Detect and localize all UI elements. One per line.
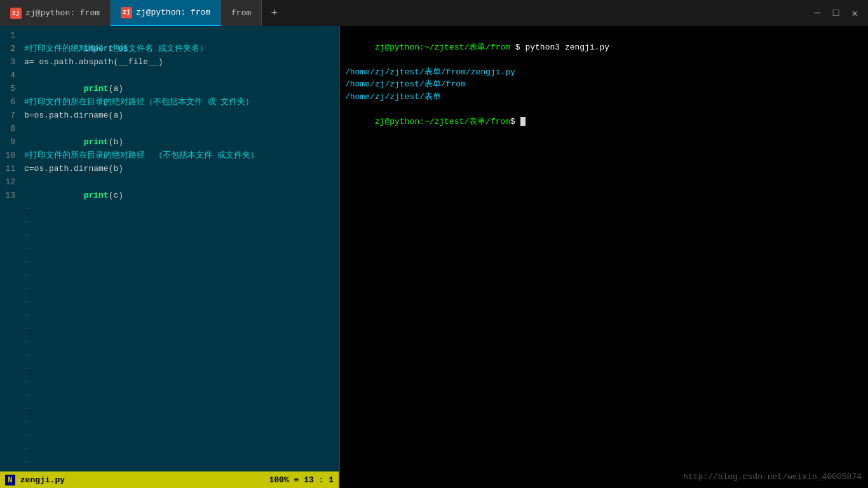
terminal-cursor bbox=[520, 117, 526, 126]
tilde-line: ~ bbox=[24, 429, 334, 442]
watermark: http://blog.csdn.net/weixin_40005874 bbox=[683, 472, 862, 482]
maximize-icon[interactable]: □ bbox=[829, 6, 843, 20]
status-colon: : bbox=[319, 475, 329, 485]
titlebar: zj zj@python: from zj zj@python: from fr… bbox=[0, 0, 868, 26]
terminal-output-3: /home/zj/zjtest/表单 bbox=[345, 91, 863, 104]
tab-label-2: zj@python: from bbox=[136, 8, 210, 17]
status-sep: ≡ bbox=[294, 475, 304, 485]
editor-content[interactable]: 1 2 3 4 5 6 7 8 9 10 11 12 13 import os bbox=[0, 26, 339, 471]
line-num-7: 7 bbox=[0, 109, 15, 122]
code-lines: import os #打印文件的绝对路径（包括文件名 或文件夹名） a= os.… bbox=[19, 26, 339, 471]
vim-mode: N bbox=[5, 475, 15, 485]
print-args-3: (c) bbox=[109, 191, 123, 200]
tilde-line: ~ bbox=[24, 242, 334, 255]
code-line-10: #打印文件的所在目录的绝对路径 （不包括本文件 或文件夹） bbox=[24, 149, 334, 162]
line-num-3: 3 bbox=[0, 55, 15, 69]
term-prompt-1: zj@python bbox=[375, 43, 419, 52]
code-line-6: #打印文件的所在目录的绝对路径（不包括本文件 或 文件夹） bbox=[24, 95, 334, 109]
line-num-13: 13 bbox=[0, 189, 15, 202]
keyword-print-1: print bbox=[84, 84, 109, 93]
line-num-11: 11 bbox=[0, 162, 15, 175]
line-num-5: 5 bbox=[0, 82, 15, 95]
status-filename: zengji.py bbox=[20, 475, 65, 485]
status-col: 1 bbox=[329, 475, 334, 485]
line-num-12: 12 bbox=[0, 175, 15, 189]
terminal-panel[interactable]: zj@python:~/zjtest/表单/from $ python3 zen… bbox=[340, 26, 868, 488]
code-line-12: print(c) bbox=[24, 175, 334, 189]
tilde-line: ~ bbox=[24, 389, 334, 402]
tilde-line: ~ bbox=[24, 269, 334, 282]
tab-icon-1: zj bbox=[10, 8, 22, 19]
add-tab-button[interactable]: + bbox=[262, 0, 287, 26]
term-cmd-1: $ python3 zengji.py bbox=[510, 43, 609, 52]
term-path-1: :~/zjtest/表单/from bbox=[419, 43, 510, 52]
tilde-line: ~ bbox=[24, 282, 334, 295]
status-percent: 100% bbox=[269, 475, 289, 485]
tilde-line: ~ bbox=[24, 402, 334, 416]
tilde-line: ~ bbox=[24, 416, 334, 429]
terminal-output-1: /home/zj/zjtest/表单/from/zengji.py bbox=[345, 66, 863, 79]
line-num-10: 10 bbox=[0, 149, 15, 162]
window-controls: ─ □ ✕ bbox=[804, 0, 868, 26]
status-right: 100% ≡ 13 : 1 bbox=[269, 475, 334, 485]
tilde-line: ~ bbox=[24, 309, 334, 322]
print-args-1: (a) bbox=[109, 84, 123, 93]
terminal-output-2: /home/zj/zjtest/表单/from bbox=[345, 78, 863, 91]
code-area: 1 2 3 4 5 6 7 8 9 10 11 12 13 import os bbox=[0, 26, 339, 471]
tilde-line: ~ bbox=[24, 336, 334, 349]
tab-3[interactable]: from bbox=[221, 0, 262, 26]
tab-2[interactable]: zj zj@python: from bbox=[111, 0, 221, 26]
status-left: N zengji.py bbox=[5, 475, 65, 485]
tab-bar: zj zj@python: from zj zj@python: from fr… bbox=[0, 0, 804, 26]
line-num-6: 6 bbox=[0, 95, 15, 109]
tilde-line: ~ bbox=[24, 376, 334, 389]
terminal-line-1: zj@python:~/zjtest/表单/from $ python3 zen… bbox=[345, 29, 863, 66]
term-cursor-label: $ bbox=[510, 117, 520, 126]
code-line-7: b=os.path.dirname(a) bbox=[24, 109, 334, 122]
tilde-line: ~ bbox=[24, 322, 334, 336]
code-line-8: print(b) bbox=[24, 122, 334, 135]
term-prompt-2: zj@python bbox=[375, 117, 419, 126]
close-icon[interactable]: ✕ bbox=[848, 6, 862, 21]
tilde-lines: ~~~~~~~~~~~~~~~~~~~~ bbox=[24, 202, 334, 469]
keyword-print-2: print bbox=[84, 137, 109, 147]
tilde-line: ~ bbox=[24, 442, 334, 456]
status-line: 13 bbox=[304, 475, 314, 485]
tab-1[interactable]: zj zj@python: from bbox=[0, 0, 111, 26]
tilde-line: ~ bbox=[24, 255, 334, 269]
tilde-line: ~ bbox=[24, 456, 334, 469]
term-path-2: :~/zjtest/表单/from bbox=[419, 117, 510, 126]
line-num-8: 8 bbox=[0, 122, 15, 135]
line-num-2: 2 bbox=[0, 42, 15, 55]
line-num-1: 1 bbox=[0, 29, 15, 42]
code-line-2: #打印文件的绝对路径（包括文件名 或文件夹名） bbox=[24, 42, 334, 55]
status-bar: N zengji.py 100% ≡ 13 : 1 bbox=[0, 471, 339, 488]
tilde-line: ~ bbox=[24, 349, 334, 362]
code-line-4: print(a) bbox=[24, 69, 334, 82]
print-args-2: (b) bbox=[109, 137, 123, 147]
tilde-line: ~ bbox=[24, 362, 334, 376]
minimize-icon[interactable]: ─ bbox=[810, 6, 824, 20]
code-line-1: import os bbox=[24, 29, 334, 42]
line-num-4: 4 bbox=[0, 69, 15, 82]
tilde-line: ~ bbox=[24, 295, 334, 309]
line-numbers: 1 2 3 4 5 6 7 8 9 10 11 12 13 bbox=[0, 26, 19, 471]
code-line-11: c=os.path.dirname(b) bbox=[24, 162, 334, 175]
editor-panel: 1 2 3 4 5 6 7 8 9 10 11 12 13 import os bbox=[0, 26, 339, 488]
keyword-print-3: print bbox=[84, 191, 109, 200]
line-num-9: 9 bbox=[0, 135, 15, 149]
tab-label-3: from bbox=[231, 8, 251, 18]
tilde-line: ~ bbox=[24, 215, 334, 229]
terminal-line-2: zj@python:~/zjtest/表单/from$ bbox=[345, 103, 863, 140]
tab-label-1: zj@python: from bbox=[25, 8, 100, 18]
tab-icon-2: zj bbox=[121, 7, 132, 18]
tilde-line: ~ bbox=[24, 229, 334, 242]
code-line-3: a= os.path.abspath(__file__) bbox=[24, 55, 334, 69]
main-container: 1 2 3 4 5 6 7 8 9 10 11 12 13 import os bbox=[0, 26, 868, 488]
